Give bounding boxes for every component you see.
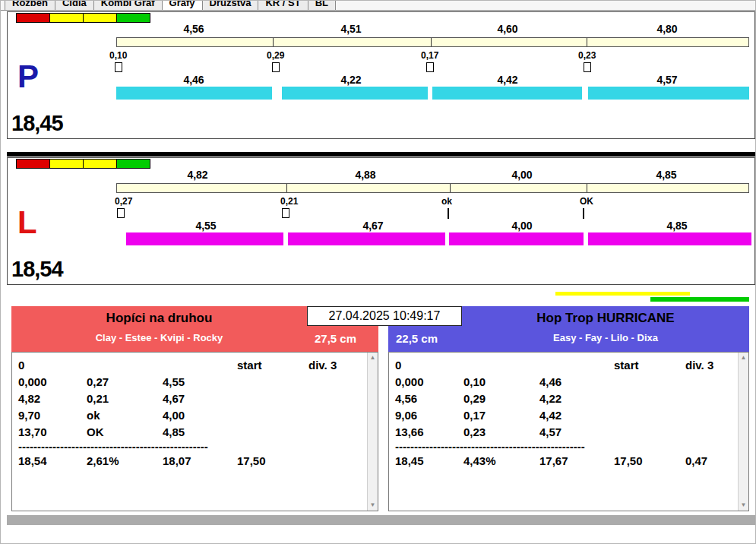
right-jump-height: 22,5 cm xyxy=(388,326,462,352)
change-time-value: 0,23 xyxy=(578,50,596,61)
split-bar xyxy=(116,37,749,47)
run-time-value: 4,46 xyxy=(163,74,224,86)
scroll-down-icon[interactable]: ▼ xyxy=(368,500,378,511)
scrollbar[interactable]: ▲ ▼ xyxy=(738,353,748,511)
table-cell: 0,27 xyxy=(87,374,163,391)
change-time-value: ok xyxy=(441,196,452,207)
table-cell: 0,21 xyxy=(87,391,163,407)
lane-divider xyxy=(7,152,755,157)
table-cell: 17,50 xyxy=(237,453,308,470)
table-row: 13,660,234,57 xyxy=(389,424,738,441)
tab-bar: Rozběh Čidla Kombi Graf Grafy Družstva K… xyxy=(1,1,756,11)
table-cell: 9,06 xyxy=(395,407,463,424)
status-light xyxy=(83,159,117,169)
tab-kr-st[interactable]: KR / ST xyxy=(258,1,308,11)
change-time-value: 0,27 xyxy=(115,196,132,207)
table-cell: 9,70 xyxy=(18,407,87,424)
table-divider: ----------------------------------------… xyxy=(389,441,738,453)
table-cell: 4,00 xyxy=(163,407,237,424)
run-time-value: 4,00 xyxy=(492,220,552,232)
table-cell: 18,45 xyxy=(395,453,463,470)
status-light xyxy=(83,13,117,23)
run-bar xyxy=(588,232,751,245)
table-cell: 4,82 xyxy=(18,391,87,407)
tab-druzstva[interactable]: Družstva xyxy=(202,1,259,11)
lane-total-p: 18,45 xyxy=(11,111,63,136)
lane-letter-p: P xyxy=(17,61,39,93)
run-time-value: 4,85 xyxy=(647,220,707,232)
sensor-marker xyxy=(584,62,591,72)
segment-tick xyxy=(587,184,587,192)
run-bar xyxy=(126,232,283,245)
table-cell: 4,42 xyxy=(539,407,614,424)
table-cell: 4,57 xyxy=(539,424,614,441)
table-cell: 4,85 xyxy=(163,424,237,441)
sensor-marker xyxy=(272,62,280,72)
table-cell: ok xyxy=(87,407,163,424)
split-time-value: 4,80 xyxy=(637,23,697,35)
table-cell: 13,66 xyxy=(395,424,463,441)
split-time-value: 4,88 xyxy=(335,169,396,181)
table-cell: 0,10 xyxy=(463,374,539,391)
table-cell: 18,54 xyxy=(18,453,87,470)
status-light xyxy=(116,13,150,23)
table-totals-row: 18,454,43%17,6717,500,47 xyxy=(389,453,738,470)
tab-bl[interactable]: BL xyxy=(308,1,336,11)
table-row: 4,820,214,67 xyxy=(12,391,367,407)
table-cell: 4,55 xyxy=(163,374,237,391)
split-bar xyxy=(116,183,749,193)
table-cell: 17,50 xyxy=(614,453,685,470)
sensor-marker xyxy=(117,208,125,218)
table-cell: 0 xyxy=(18,357,87,374)
table-cell: 0,47 xyxy=(685,453,739,470)
tab-grafy[interactable]: Grafy xyxy=(162,1,203,11)
table-cell: 0,000 xyxy=(395,374,463,391)
right-team-name: Hop Trop HURRICANE xyxy=(462,311,749,326)
right-team-table: 0startdiv. 3 0,0000,104,46 4,560,294,22 … xyxy=(388,352,749,511)
tab-cidla[interactable]: Čidla xyxy=(55,1,94,11)
table-cell: 0,29 xyxy=(463,391,539,407)
table-cell: 0,23 xyxy=(463,424,539,441)
scrollbar[interactable]: ▲ ▼ xyxy=(367,353,378,511)
left-jump-height: 27,5 cm xyxy=(307,326,378,352)
table-cell: 0,000 xyxy=(18,374,87,391)
lane-panel-p: 4,56 4,51 4,60 4,80 0,10 0,29 0,17 0,23 … xyxy=(7,11,755,139)
left-team-table: 0startdiv. 3 0,0000,274,55 4,820,214,67 … xyxy=(11,352,378,511)
table-cell: 4,67 xyxy=(163,391,237,407)
table-header-row: 0startdiv. 3 xyxy=(389,357,738,374)
run-time-value: 4,42 xyxy=(477,74,538,86)
lane-panel-l: 4,82 4,88 4,00 4,85 0,27 0,21 ok OK 4,55… xyxy=(7,157,755,285)
scroll-up-icon[interactable]: ▲ xyxy=(368,353,378,363)
tab-row: Rozběh Čidla Kombi Graf Grafy Družstva K… xyxy=(5,1,335,11)
right-team-members: Easy - Fay - Lilo - Dixa xyxy=(462,332,749,343)
split-time-value: 4,51 xyxy=(321,23,381,35)
table-cell: 4,46 xyxy=(539,374,614,391)
green-strip xyxy=(650,297,749,302)
scroll-up-icon[interactable]: ▲ xyxy=(739,353,748,363)
timing-app-window: Rozběh Čidla Kombi Graf Grafy Družstva K… xyxy=(0,0,756,544)
sensor-marker xyxy=(583,208,584,219)
scroll-down-icon[interactable]: ▼ xyxy=(739,500,748,511)
split-time-value: 4,00 xyxy=(492,169,552,181)
segment-tick xyxy=(431,38,432,46)
tab-rozbeh[interactable]: Rozběh xyxy=(5,1,55,11)
table-row: 4,560,294,22 xyxy=(389,391,738,407)
run-time-value: 4,55 xyxy=(176,220,236,232)
change-time-value: 0,17 xyxy=(421,50,438,61)
bottom-status-bar xyxy=(7,515,755,525)
table-cell: div. 3 xyxy=(685,357,739,374)
sensor-marker xyxy=(448,208,449,219)
right-team-header-text: Hop Trop HURRICANE Easy - Fay - Lilo - D… xyxy=(462,306,749,352)
tab-kombi-graf[interactable]: Kombi Graf xyxy=(93,1,163,11)
status-lights-l xyxy=(16,159,150,169)
split-time-value: 4,56 xyxy=(163,23,224,35)
right-table-body: 0startdiv. 3 0,0000,104,46 4,560,294,22 … xyxy=(389,357,738,470)
run-bar xyxy=(588,87,749,100)
table-row: 0,0000,274,55 xyxy=(12,374,367,391)
status-light xyxy=(49,13,84,23)
table-row: 0,0000,104,46 xyxy=(389,374,738,391)
table-cell: OK xyxy=(87,424,163,441)
table-row: 9,70ok4,00 xyxy=(12,407,367,424)
segment-tick xyxy=(450,184,451,192)
run-bar xyxy=(116,87,272,100)
